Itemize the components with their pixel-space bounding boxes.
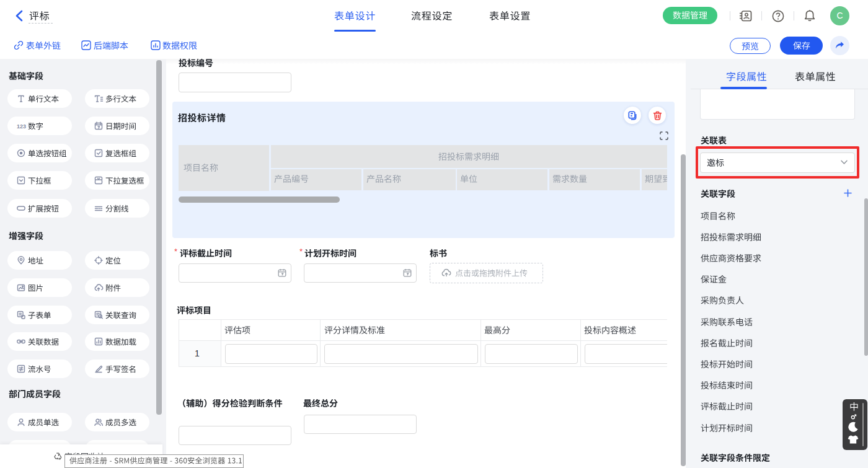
svg-text:123: 123: [17, 123, 26, 130]
svg-text:*: *: [299, 247, 303, 256]
svg-text:*: *: [174, 247, 177, 256]
